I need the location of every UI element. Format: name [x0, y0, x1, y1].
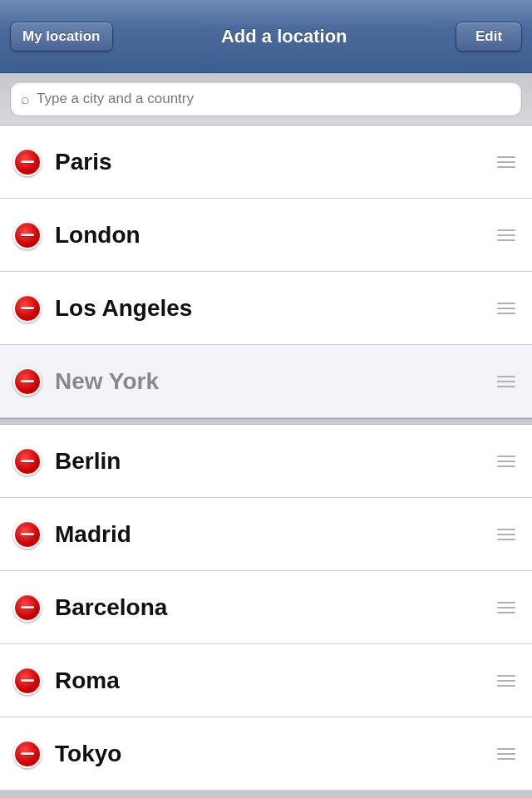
remove-button[interactable] — [13, 447, 42, 475]
page-title: Add a location — [113, 26, 456, 47]
remove-button[interactable] — [13, 367, 42, 396]
drag-handle-icon[interactable] — [494, 299, 519, 318]
city-label: Paris — [55, 149, 494, 175]
search-input[interactable] — [37, 91, 511, 107]
city-label: Tokyo — [55, 741, 494, 767]
header: My location Add a location Edit — [0, 0, 532, 73]
remove-button[interactable] — [13, 594, 42, 622]
remove-button[interactable] — [13, 221, 42, 249]
drag-handle-icon[interactable] — [494, 672, 519, 690]
list-item: New York — [0, 345, 532, 418]
drag-handle-icon[interactable] — [494, 153, 519, 171]
remove-button[interactable] — [13, 294, 42, 323]
list-item: Roma — [0, 644, 532, 717]
list-item: Los Angeles — [0, 272, 532, 345]
drag-handle-icon[interactable] — [494, 372, 519, 391]
section-separator — [0, 418, 532, 425]
city-label: London — [55, 222, 494, 249]
remove-button[interactable] — [13, 520, 42, 549]
drag-handle-icon[interactable] — [494, 598, 519, 617]
my-location-button[interactable]: My location — [10, 22, 113, 52]
city-label: Barcelona — [55, 594, 494, 621]
edit-button[interactable]: Edit — [456, 22, 522, 52]
drag-handle-icon[interactable] — [494, 226, 519, 244]
city-label: Berlin — [55, 448, 494, 475]
drag-handle-icon[interactable] — [494, 745, 519, 763]
drag-handle-icon[interactable] — [494, 452, 519, 470]
list-item: Madrid — [0, 498, 532, 571]
drag-handle-icon[interactable] — [494, 525, 519, 544]
remove-button[interactable] — [13, 667, 42, 695]
city-label: New York — [55, 368, 494, 395]
search-bar: ⌕ — [10, 81, 522, 116]
remove-button[interactable] — [13, 148, 42, 176]
remove-button[interactable] — [13, 740, 42, 768]
list-item: Tokyo — [0, 717, 532, 791]
search-container: ⌕ — [0, 73, 532, 126]
list-item: Berlin — [0, 425, 532, 498]
city-label: Roma — [55, 667, 494, 694]
list-item: Paris — [0, 126, 532, 199]
city-label: Madrid — [55, 521, 494, 548]
city-label: Los Angeles — [55, 295, 494, 322]
location-list: ParisLondonLos AngelesNew YorkBerlinMadr… — [0, 126, 532, 791]
search-icon: ⌕ — [21, 91, 30, 108]
list-item: London — [0, 199, 532, 272]
list-item: Barcelona — [0, 571, 532, 644]
